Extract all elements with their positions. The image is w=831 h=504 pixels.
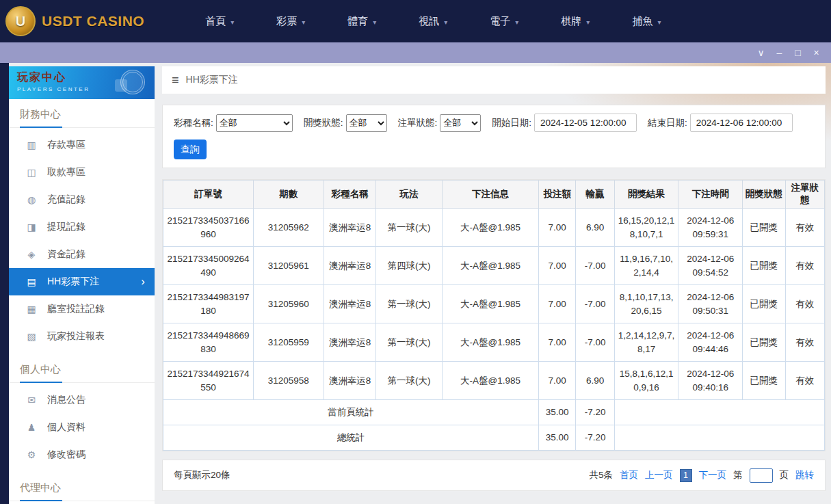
table-cell: 2152173344948669830 — [163, 323, 254, 362]
sidebar-item-label: 提現記錄 — [47, 221, 85, 233]
table-cell: 2152173345037166960 — [163, 209, 254, 247]
draw-status-select[interactable]: 全部 — [346, 114, 387, 132]
nav-item-label: 視訊 — [419, 15, 439, 28]
table-cell: 第一球(大) — [376, 209, 443, 247]
total-count: 共5条 — [589, 469, 613, 481]
table-cell: 31205960 — [253, 285, 324, 323]
sidebar-item-label: 消息公告 — [47, 394, 85, 406]
nav-item[interactable]: 電子▾ — [469, 0, 540, 42]
pager: 共5条 首页 上一页 1 下一页 第 页 跳转 — [589, 468, 814, 483]
draw-status-filter-label: 開獎狀態: — [304, 117, 343, 129]
nav-item[interactable]: 首頁▾ — [184, 0, 255, 42]
sidebar-item[interactable]: ◍充值記錄 — [9, 186, 155, 213]
table-cell: 16,15,20,12,18,10,7,1 — [614, 209, 678, 247]
column-header: 投注額 — [538, 181, 575, 209]
sidebar-item[interactable]: ◫取款專區 — [9, 159, 155, 186]
bet-table-head-row: 訂單號期數彩種名稱玩法下注信息投注額輸贏開獎結果下注時間開獎狀態注單狀態 — [163, 181, 825, 209]
table-cell: -7.00 — [576, 285, 614, 323]
window-maximize-icon[interactable]: □ — [789, 44, 807, 62]
filter-row: 彩種名稱: 全部 開獎狀態: 全部 注單狀態: 全部 開始日期: — [174, 114, 814, 132]
end-date-group: 結束日期: — [648, 114, 793, 132]
column-header: 期數 — [253, 181, 324, 209]
column-header: 注單狀態 — [785, 181, 824, 209]
table-cell: 有效 — [785, 285, 824, 323]
logo[interactable]: U USDT CASINO — [5, 6, 144, 36]
sidebar-item-label: HH彩票下注 — [47, 276, 99, 288]
table-cell: 澳洲幸运8 — [324, 362, 376, 400]
table-cell: 大-A盤@1.985 — [442, 247, 538, 285]
jump-link[interactable]: 跳转 — [795, 469, 814, 481]
table-cell: 11,9,16,7,10,2,14,4 — [614, 247, 678, 285]
sidebar-header: 玩家中心 PLAYERS CENTER — [9, 66, 155, 99]
next-page-link[interactable]: 下一页 — [699, 469, 727, 481]
table-cell: 7.00 — [538, 285, 575, 323]
sidebar-item-label: 取款專區 — [47, 166, 85, 178]
recharge-icon: ◍ — [25, 194, 38, 205]
table-cell: 8,1,10,17,13,20,6,15 — [614, 285, 678, 323]
table-cell: 2024-12-06 09:44:46 — [678, 323, 743, 362]
page-jump-input[interactable] — [750, 468, 773, 483]
sidebar-item-label: 存款專區 — [47, 139, 85, 151]
current-page-badge[interactable]: 1 — [680, 469, 692, 482]
table-cell: 大-A盤@1.985 — [442, 362, 538, 400]
table-cell: 2152173344921674550 — [163, 362, 254, 400]
prev-page-link[interactable]: 上一页 — [645, 469, 673, 481]
start-date-input[interactable] — [534, 114, 637, 132]
sidebar-item[interactable]: ♟個人資料 — [9, 414, 155, 441]
table-row: 215217334494866983031205959澳洲幸运8第一球(大)大-… — [163, 323, 825, 362]
table-cell: 有效 — [785, 323, 824, 362]
table-cell: 15,8,1,6,12,10,9,16 — [614, 362, 678, 400]
table-cell: 已開獎 — [743, 247, 785, 285]
chevron-down-icon: ▾ — [444, 18, 447, 26]
sidebar-item[interactable]: ◈資金記錄 — [9, 241, 155, 268]
sidebar: 玩家中心 PLAYERS CENTER 財務中心▥存款專區◫取款專區◍充值記錄◨… — [9, 66, 155, 504]
lottery-bets-icon: ▤ — [25, 276, 38, 287]
sidebar-section-title: 個人中心 — [9, 354, 155, 383]
sidebar-item[interactable]: ▤HH彩票下注› — [9, 268, 155, 295]
sidebar-item[interactable]: ✉消息公告 — [9, 386, 155, 414]
sidebar-item[interactable]: ▧玩家投注報表 — [9, 323, 155, 350]
chevron-down-icon: ▾ — [302, 18, 305, 26]
page-suffix-label: 页 — [780, 469, 789, 481]
sidebar-item[interactable]: ⚙修改密碼 — [9, 441, 155, 468]
table-cell: 6.90 — [576, 362, 614, 400]
nav-item[interactable]: 體育▾ — [326, 0, 397, 42]
table-cell: 1,2,14,12,9,7,8,17 — [614, 323, 678, 362]
sidebar-item-label: 廳室投註記錄 — [47, 303, 105, 315]
column-header: 玩法 — [376, 181, 443, 209]
table-cell: 已開獎 — [743, 323, 785, 362]
main-content: ≡ HH彩票下注 彩種名稱: 全部 開獎狀態: 全部 注單狀態: 全部 — [162, 66, 826, 504]
window-close-icon[interactable]: × — [807, 44, 826, 62]
chevron-down-icon: ▾ — [657, 18, 661, 26]
first-page-link[interactable]: 首页 — [620, 469, 638, 481]
bet-table-body: 215217334503716696031205962澳洲幸运8第一球(大)大-… — [163, 209, 825, 400]
table-cell: 7.00 — [538, 247, 575, 285]
sidebar-sections: 財務中心▥存款專區◫取款專區◍充值記錄◨提現記錄◈資金記錄▤HH彩票下注›▦廳室… — [9, 99, 155, 501]
nav-item[interactable]: 視訊▾ — [397, 0, 469, 42]
table-cell: 已開獎 — [743, 285, 785, 323]
bet-status-select[interactable]: 全部 — [440, 114, 481, 132]
sidebar-item[interactable]: ▦廳室投註記錄 — [9, 295, 155, 323]
profile-icon: ♟ — [25, 422, 38, 433]
casino-chip-icon — [120, 70, 145, 94]
lottery-select[interactable]: 全部 — [216, 114, 293, 132]
end-date-input[interactable] — [690, 114, 793, 132]
window-minimize-icon[interactable]: – — [770, 44, 789, 62]
page-prefix-label: 第 — [733, 469, 743, 481]
nav-item[interactable]: 彩票▾ — [255, 0, 326, 42]
grand-total-win: -7.20 — [576, 425, 614, 451]
table-cell: 第一球(大) — [376, 285, 443, 323]
sidebar-item-label: 充值記錄 — [47, 194, 85, 206]
nav-item[interactable]: 捕魚▾ — [611, 0, 682, 42]
search-button[interactable]: 查詢 — [174, 140, 207, 159]
hamburger-icon[interactable]: ≡ — [172, 73, 179, 88]
sidebar-item[interactable]: ▥存款專區 — [9, 131, 155, 159]
deposit-icon: ▥ — [25, 140, 38, 150]
window-chevron-icon[interactable]: ∨ — [752, 44, 770, 62]
table-cell: 澳洲幸运8 — [324, 323, 376, 362]
table-cell: 有效 — [785, 362, 824, 400]
sidebar-item[interactable]: ◨提現記錄 — [9, 213, 155, 241]
table-row: 215217334492167455031205958澳洲幸运8第一球(大)大-… — [163, 362, 825, 400]
nav-item[interactable]: 棋牌▾ — [540, 0, 611, 42]
window-titlebar: ∨ – □ × — [0, 42, 831, 63]
